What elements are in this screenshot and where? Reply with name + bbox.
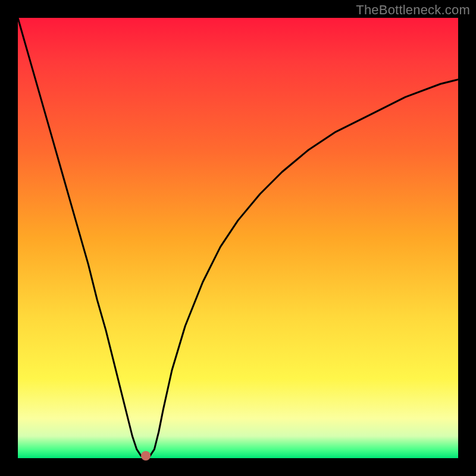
watermark-text: TheBottleneck.com (356, 2, 470, 18)
chart-frame: TheBottleneck.com (0, 0, 476, 476)
optimal-point-marker (141, 451, 151, 461)
plot-area (18, 18, 458, 458)
bottleneck-curve (18, 18, 458, 458)
